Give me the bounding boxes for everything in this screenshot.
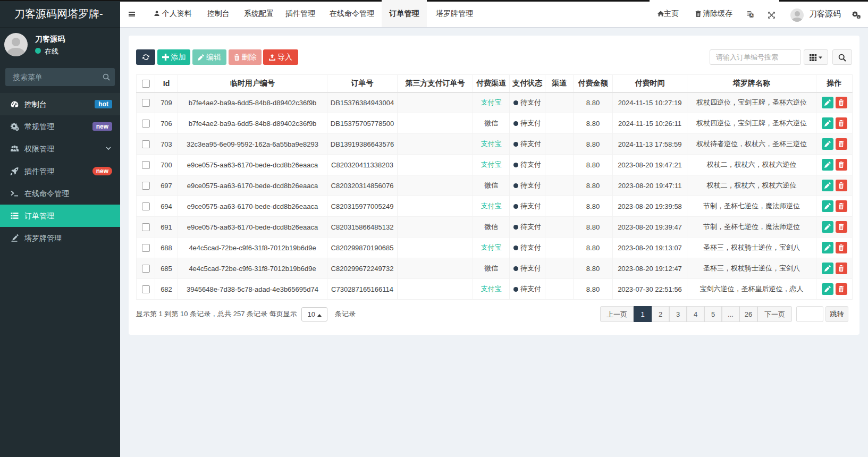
svg-text:A: A <box>751 13 753 17</box>
